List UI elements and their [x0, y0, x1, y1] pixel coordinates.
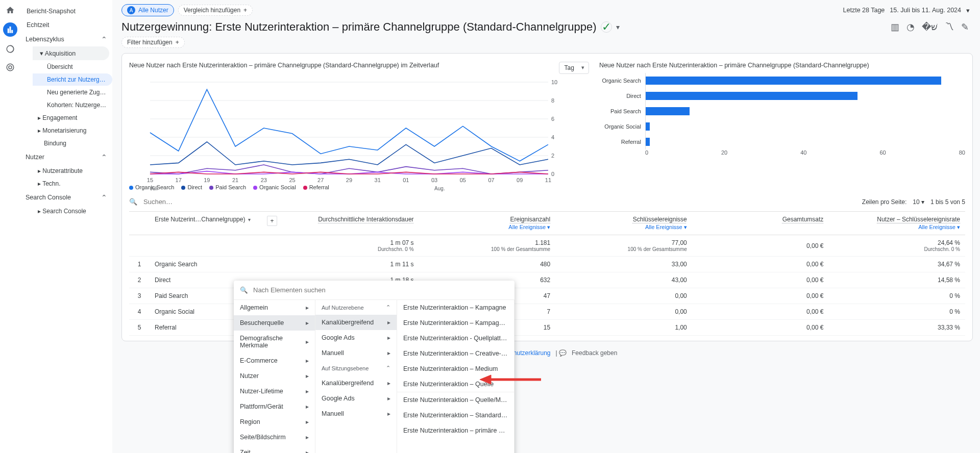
nav-user[interactable]: Nutzer⌃: [20, 150, 112, 164]
main: AAlle Nutzer Vergleich hinzufügen + Letz…: [112, 0, 980, 453]
dropdown-item[interactable]: Google Ads▸: [315, 330, 397, 345]
add-dimension-button[interactable]: +: [267, 216, 277, 226]
nav-lifecycle[interactable]: Lebenszyklus⌃: [20, 32, 112, 46]
chevron-down-icon[interactable]: ▾: [616, 23, 620, 31]
dropdown-search: 🔍: [234, 281, 514, 300]
bar-Organic Search[interactable]: Organic Search: [599, 73, 965, 88]
date-label: Letzte 28 Tage: [843, 7, 885, 14]
nav-acquisition[interactable]: ▾ Akquisition: [33, 46, 109, 60]
share-icon[interactable]: �שׁ: [922, 21, 938, 33]
chip-all-label: Alle Nutzer: [138, 7, 168, 14]
bar-Direct[interactable]: Direct: [599, 88, 965, 104]
report-actions: ▥ ◔ �שׁ 〽 ✎: [891, 21, 973, 33]
table-search-input[interactable]: [142, 197, 296, 206]
granularity-select[interactable]: Tag: [559, 62, 589, 74]
home-icon[interactable]: [4, 4, 16, 16]
dropdown-item[interactable]: Zeit▸: [234, 445, 315, 453]
svg-text:29: 29: [346, 177, 352, 183]
bar-Organic Social[interactable]: Organic Social: [599, 119, 965, 134]
dropdown-item[interactable]: Erste Nutzerinteraktion – Kampagnen-ID: [397, 315, 514, 331]
nav-cohorts[interactable]: Kohorten: Nutzergewinnung: [33, 99, 112, 111]
left-rail: [0, 0, 20, 453]
svg-text:11: 11: [545, 177, 551, 183]
col-key-events[interactable]: SchlüsselereignisseAlle Ereignisse ▾: [555, 212, 692, 235]
nav-tech[interactable]: ▸ Techn.: [33, 178, 112, 190]
nav-overview[interactable]: Übersicht: [33, 61, 112, 73]
nav-user-acq-report[interactable]: Bericht zur Nutzergewinnu…: [33, 73, 112, 86]
svg-text:03: 03: [431, 177, 437, 183]
dropdown-item[interactable]: Region▸: [234, 414, 315, 430]
bar-Paid Search[interactable]: Paid Search: [599, 104, 965, 119]
table-row[interactable]: 1Organic Search1 m 11 s48033,000,00 €34,…: [129, 257, 965, 272]
dropdown-item[interactable]: Demografische Merkmale▸: [234, 331, 315, 353]
svg-text:25: 25: [289, 177, 295, 183]
dropdown-item[interactable]: Erste Nutzerinteraktion – primäre Channe…: [397, 423, 514, 438]
date-range-picker[interactable]: Letzte 28 Tage 15. Juli bis 11. Aug. 202…: [843, 7, 973, 14]
chip-all-users[interactable]: AAlle Nutzer: [121, 4, 174, 16]
check-icon[interactable]: ✓: [601, 21, 612, 33]
convrate-filter[interactable]: Alle Ereignisse ▾: [834, 224, 960, 231]
svg-text:09: 09: [517, 177, 523, 183]
dropdown-item[interactable]: Google Ads▸: [315, 391, 397, 406]
nav-realtime[interactable]: Echtzeit: [20, 18, 112, 32]
dropdown-item[interactable]: Nutzer▸: [234, 368, 315, 384]
topbar: AAlle Nutzer Vergleich hinzufügen + Letz…: [121, 0, 980, 18]
dropdown-item[interactable]: Nutzer-Lifetime▸: [234, 384, 315, 399]
dropdown-item[interactable]: Plattform/Gerät▸: [234, 399, 315, 414]
bar-chart-panel: Neue Nutzer nach Erste Nutzerinteraktion…: [599, 62, 975, 190]
chevron-down-icon: ▾: [966, 7, 970, 14]
event-filter[interactable]: Alle Ereignisse ▾: [424, 224, 551, 231]
nav-search-console[interactable]: Search Console⌃: [20, 190, 112, 205]
keyevent-filter[interactable]: Alle Ereignisse ▾: [560, 224, 687, 231]
dropdown-item[interactable]: Erste Nutzerinteraktion – Quelle/Medium: [397, 392, 514, 408]
add-filter-chip[interactable]: Filter hinzufügen +: [121, 37, 185, 48]
nav-user-attr[interactable]: ▸ Nutzerattribute: [33, 165, 112, 177]
line-chart[interactable]: 0246810151719212325272931010305070911Jul…: [129, 77, 579, 179]
dropdown-item[interactable]: Manuell▸: [315, 345, 397, 361]
dropdown-item[interactable]: Kanalübergreifend▸: [315, 375, 397, 391]
chevron-up-icon: ⌃: [101, 153, 107, 161]
feedback-link[interactable]: Feedback geben: [572, 349, 617, 357]
nav-search-console-sub[interactable]: ▸ Search Console: [33, 205, 112, 217]
nav-engagement[interactable]: ▸ Engagement: [33, 112, 112, 124]
col-revenue[interactable]: Gesamtumsatz: [692, 212, 829, 235]
col-event-count[interactable]: EreignisanzahlAlle Ereignisse ▾: [419, 212, 556, 235]
date-range: 15. Juli bis 11. Aug. 2024: [890, 7, 961, 14]
col-conv-rate[interactable]: Nutzer – SchlüsselereignisrateAlle Ereig…: [828, 212, 965, 235]
rows-per-page-select[interactable]: 10 ▾: [913, 198, 924, 206]
edit-icon[interactable]: ✎: [961, 21, 969, 33]
bar-chart[interactable]: Organic SearchDirectPaid SearchOrganic S…: [599, 73, 965, 175]
col-avg-engagement[interactable]: Durchschnittliche Interaktionsdauer: [282, 212, 419, 235]
dropdown-item[interactable]: Allgemein▸: [234, 300, 315, 315]
compare-icon[interactable]: ▥: [891, 21, 899, 33]
dimension-selector[interactable]: Erste Nutzerint…Channelgruppe): [155, 216, 257, 223]
dropdown-item[interactable]: Kanalübergreifend▸: [315, 315, 397, 330]
advertising-icon[interactable]: [4, 61, 16, 73]
dropdown-search-input[interactable]: [252, 286, 508, 294]
nav-retention[interactable]: Bindung: [33, 137, 112, 149]
dropdown-section: Auf Sitzungsebene⌃: [315, 361, 397, 375]
dropdown-item[interactable]: Erste Nutzerinteraktion – Creative-Forma…: [397, 346, 514, 361]
reports-icon[interactable]: [3, 22, 17, 37]
dropdown-col-2: Auf Nutzerebene⌃Kanalübergreifend▸Google…: [315, 300, 397, 453]
dropdown-item[interactable]: Erste Nutzerinteraktion – Standard-Chann…: [397, 408, 514, 423]
svg-text:27: 27: [317, 177, 324, 183]
dropdown-item[interactable]: Seite/Bildschirm▸: [234, 430, 315, 445]
nav-new-visits[interactable]: Neu generierte Zugriffe: [33, 86, 112, 98]
dropdown-item[interactable]: Erste Nutzerinteraktion - Quellplattform: [397, 331, 514, 346]
bar-chart-title: Neue Nutzer nach Erste Nutzerinteraktion…: [599, 62, 975, 69]
nav-user-label: Nutzer: [26, 154, 44, 161]
trend-icon[interactable]: 〽: [945, 21, 954, 33]
bar-Referral[interactable]: Referral: [599, 134, 965, 149]
dropdown-item[interactable]: Manuell▸: [315, 406, 397, 421]
nav-report-snapshot[interactable]: Bericht-Snapshot: [20, 5, 112, 18]
insights-icon[interactable]: ◔: [906, 21, 915, 33]
dimension-dropdown-panel: 🔍 Allgemein▸Besucherquelle▸Demografische…: [234, 281, 514, 453]
dropdown-item[interactable]: Erste Nutzerinteraktion – Kampagne: [397, 300, 514, 315]
dropdown-item[interactable]: E-Commerce▸: [234, 353, 315, 368]
nav-monetization[interactable]: ▸ Monetarisierung: [33, 124, 112, 137]
chip-add-compare[interactable]: Vergleich hinzufügen +: [178, 5, 253, 16]
dropdown-item[interactable]: Besucherquelle▸: [234, 315, 315, 331]
svg-point-1: [7, 64, 14, 71]
explore-icon[interactable]: [4, 43, 16, 55]
